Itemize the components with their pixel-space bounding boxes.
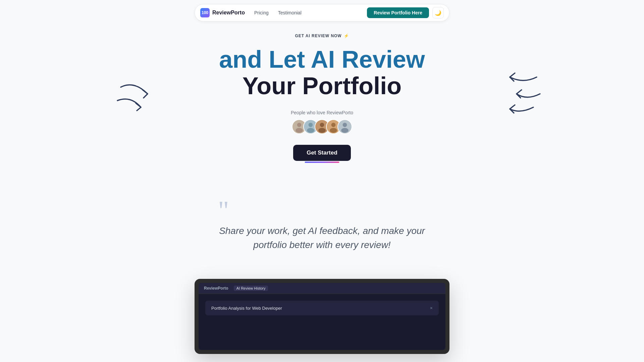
- screen-tab-active: AI Review History: [234, 286, 268, 291]
- quote-text: Share your work, get AI feedback, and ma…: [211, 224, 433, 252]
- svg-point-10: [331, 123, 336, 127]
- svg-point-11: [330, 128, 337, 133]
- laptop-frame: ReviewPorto AI Review History Portfolio …: [195, 279, 449, 354]
- badge-icon: ⚡: [344, 34, 349, 38]
- nav-logo[interactable]: 100 ReviewPorto: [200, 8, 245, 17]
- quote-marks: ": [211, 204, 433, 217]
- laptop-screen: ReviewPorto AI Review History Portfolio …: [199, 283, 445, 350]
- svg-point-2: [296, 128, 303, 133]
- social-proof-label: People who love ReviewPorto: [291, 110, 353, 115]
- quote-section: " Share your work, get AI feedback, and …: [205, 204, 439, 252]
- arrow-right-decoration: [490, 70, 543, 119]
- svg-point-13: [343, 123, 347, 127]
- screen-card: Portfolio Analysis for Web Developer ×: [205, 301, 439, 315]
- svg-point-7: [320, 123, 324, 127]
- theme-toggle-button[interactable]: 🌙: [432, 7, 444, 18]
- svg-point-14: [341, 128, 348, 133]
- screen-bar: ReviewPorto AI Review History: [199, 283, 445, 294]
- svg-point-8: [318, 128, 326, 133]
- nav-left: 100 ReviewPorto Pricing Testimonial: [200, 8, 302, 17]
- badge-text: GET AI REVIEW NOW: [295, 34, 341, 38]
- screen-card-title: Portfolio Analysis for Web Developer: [211, 306, 282, 311]
- heading-line2: Your Portfolio: [219, 73, 425, 99]
- get-started-button[interactable]: Get Started: [293, 145, 351, 161]
- mockup-section: ReviewPorto AI Review History Portfolio …: [0, 279, 644, 354]
- screen-card-close[interactable]: ×: [430, 305, 433, 311]
- svg-point-1: [297, 123, 302, 127]
- logo-text: ReviewPorto: [212, 10, 245, 16]
- nav-link-testimonial[interactable]: Testimonial: [278, 10, 302, 15]
- arrow-left-decoration: [114, 77, 154, 115]
- nav-link-pricing[interactable]: Pricing: [254, 10, 269, 15]
- hero-heading: and Let AI Review Your Portfolio: [219, 46, 425, 99]
- screen-logo: ReviewPorto: [204, 286, 228, 291]
- social-proof: People who love ReviewPorto: [291, 110, 353, 134]
- heading-line1: and Let AI Review: [219, 46, 425, 73]
- svg-point-4: [309, 123, 313, 127]
- ai-badge: GET AI REVIEW NOW ⚡: [295, 34, 349, 38]
- avatar: [337, 119, 352, 134]
- nav-right: Review Portfolio Here 🌙: [367, 7, 444, 18]
- moon-icon: 🌙: [435, 10, 441, 16]
- svg-point-5: [307, 128, 314, 133]
- avatar-group: [292, 119, 352, 134]
- main-content: GET AI REVIEW NOW ⚡ and Let AI Review Yo…: [0, 0, 644, 354]
- logo-icon: 100: [200, 8, 210, 17]
- navbar: 100 ReviewPorto Pricing Testimonial Revi…: [195, 4, 449, 21]
- review-portfolio-button[interactable]: Review Portfolio Here: [367, 7, 429, 18]
- screen-content: Portfolio Analysis for Web Developer ×: [199, 294, 445, 322]
